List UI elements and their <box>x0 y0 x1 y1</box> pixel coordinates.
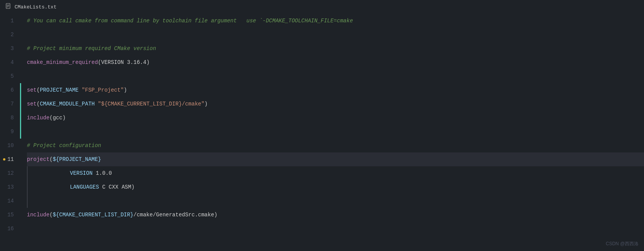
code-line-13: LANGUAGES C CXX ASM) <box>27 180 644 194</box>
watermark: CSDN @西西洛 <box>606 241 639 247</box>
line7-set: set <box>27 97 37 111</box>
line11-p1: ( <box>50 152 53 166</box>
file-icon <box>5 3 12 11</box>
line-num-15: 15 <box>6 208 14 222</box>
line8-p2: ) <box>62 111 65 125</box>
line4-func: cmake_minimum_required <box>27 55 98 69</box>
code-lines[interactable]: # You can call cmake from command line b… <box>22 14 644 251</box>
line7-val: "${CMAKE_CURRENT_LIST_DIR}/cmake" <box>98 97 204 111</box>
line-num-4: 4 <box>6 55 14 69</box>
code-line-2 <box>27 28 644 42</box>
line13-lang-val: C CXX ASM) <box>102 180 134 194</box>
code-line-8: include(gcc) <box>27 111 644 125</box>
line7-space <box>95 97 98 111</box>
code-line-1: # You can call cmake from command line b… <box>27 14 644 28</box>
line6-space <box>78 83 81 97</box>
line-numbers: 1 2 3 4 5 6 7 8 9 10 11 12 13 14 15 16 <box>0 14 20 251</box>
gutter <box>20 14 22 251</box>
line11-var: ${PROJECT_NAME} <box>53 152 101 166</box>
line-num-9: 9 <box>6 125 14 139</box>
line6-set: set <box>27 83 37 97</box>
line4-version: VERSION 3.16.4 <box>101 55 146 69</box>
line-num-2: 2 <box>6 28 14 42</box>
code-line-16 <box>27 222 644 236</box>
code-line-4: cmake_minimum_required(VERSION 3.16.4) <box>27 55 644 69</box>
code-line-3: # Project minimum required CMake version <box>27 42 644 55</box>
filename: CMakeLists.txt <box>15 4 56 10</box>
line-num-3: 3 <box>6 42 14 55</box>
code-line-12: VERSION 1.0.0 <box>27 166 644 180</box>
code-line-9 <box>27 125 644 139</box>
line7-p1: ( <box>37 97 40 111</box>
line15-var: ${CMAKE_CURRENT_LIST_DIR} <box>53 208 133 222</box>
code-line-7: set(CMAKE_MODULE_PATH "${CMAKE_CURRENT_L… <box>27 97 644 111</box>
line4-p1: ( <box>98 55 101 69</box>
line11-project: project <box>27 152 50 166</box>
code-line-6: set(PROJECT_NAME "FSP_Project") <box>27 83 644 97</box>
line8-arg: gcc <box>53 111 62 125</box>
line-num-13: 13 <box>6 180 14 194</box>
line-num-16: 16 <box>6 222 14 236</box>
line10-comment: # Project configuration <box>27 139 101 152</box>
code-line-11: project(${PROJECT_NAME} <box>27 152 644 166</box>
line7-var: CMAKE_MODULE_PATH <box>40 97 95 111</box>
line4-p2: ) <box>146 55 149 69</box>
line-num-5: 5 <box>6 69 14 83</box>
code-line-10: # Project configuration <box>27 139 644 152</box>
line6-val: "FSP_Project" <box>82 83 124 97</box>
line13-space <box>99 180 102 194</box>
code-line-5 <box>27 69 644 83</box>
line-num-11: 11 <box>6 152 14 166</box>
line13-lang-kw: LANGUAGES <box>70 180 99 194</box>
line6-p1: ( <box>37 83 40 97</box>
code-line-14 <box>27 194 644 208</box>
title-bar: CMakeLists.txt <box>0 0 644 14</box>
line1-comment: # You can call cmake from command line b… <box>27 14 353 28</box>
editor-container: CMakeLists.txt 1 2 3 4 5 6 7 8 9 10 11 1… <box>0 0 644 251</box>
line15-p1: ( <box>50 208 53 222</box>
line8-p1: ( <box>50 111 53 125</box>
line6-var: PROJECT_NAME <box>40 83 79 97</box>
line12-version-val: 1.0.0 <box>96 166 112 180</box>
line12-version-kw: VERSION <box>70 166 93 180</box>
line3-comment: # Project minimum required CMake version <box>27 42 156 55</box>
line8-include: include <box>27 111 50 125</box>
code-area: 1 2 3 4 5 6 7 8 9 10 11 12 13 14 15 16 <box>0 14 644 251</box>
line15-path: /cmake/GeneratedSrc.cmake <box>133 208 214 222</box>
line15-p2: ) <box>214 208 217 222</box>
gutter-modified-bar <box>20 83 21 139</box>
line-num-6: 6 <box>6 83 14 97</box>
line-num-8: 8 <box>6 111 14 125</box>
code-line-15: include(${CMAKE_CURRENT_LIST_DIR}/cmake/… <box>27 208 644 222</box>
line-num-10: 10 <box>6 139 14 152</box>
line6-p2: ) <box>124 83 127 97</box>
line15-include: include <box>27 208 50 222</box>
line-num-12: 12 <box>6 166 14 180</box>
line-num-7: 7 <box>6 97 14 111</box>
line-num-1: 1 <box>6 14 14 28</box>
line-num-14: 14 <box>6 194 14 208</box>
line12-space <box>93 166 96 180</box>
line7-p2: ) <box>204 97 207 111</box>
warning-indicator <box>3 158 5 161</box>
